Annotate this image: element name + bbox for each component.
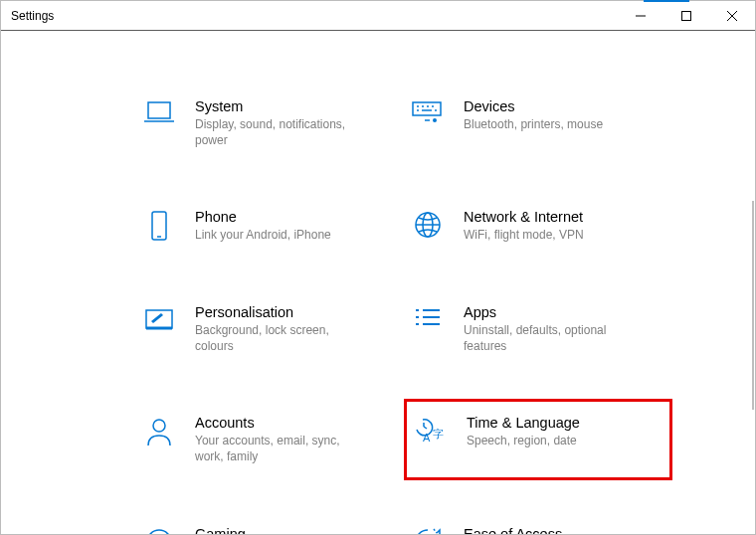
category-title: Apps (464, 303, 633, 322)
category-personalisation[interactable]: Personalisation Background, lock screen,… (135, 297, 404, 360)
category-gaming[interactable]: Gaming (135, 519, 404, 534)
svg-text:字: 字 (433, 428, 444, 440)
category-devices[interactable]: Devices Bluetooth, printers, mouse (404, 91, 672, 154)
category-title: Personalisation (195, 303, 364, 322)
category-desc: Display, sound, notifications, power (195, 116, 364, 148)
category-title: Ease of Access (464, 525, 562, 534)
category-desc: Bluetooth, printers, mouse (464, 116, 603, 132)
window-title: Settings (1, 9, 54, 23)
phone-icon (146, 210, 172, 244)
xbox-icon (144, 527, 174, 534)
svg-point-34 (147, 530, 171, 534)
category-accounts[interactable]: Accounts Your accounts, email, sync, wor… (135, 408, 404, 470)
category-title: System (195, 97, 364, 116)
maximize-button[interactable] (663, 1, 709, 31)
laptop-icon (143, 99, 175, 127)
apps-list-icon (413, 305, 443, 331)
category-title: Phone (195, 208, 331, 227)
minimize-button[interactable] (618, 1, 663, 31)
svg-rect-6 (413, 102, 441, 115)
person-icon (145, 416, 173, 447)
svg-rect-4 (148, 102, 170, 118)
category-desc: Speech, region, date (467, 433, 580, 448)
scrollbar[interactable] (752, 201, 754, 410)
category-title: Accounts (195, 414, 364, 433)
category-phone[interactable]: Phone Link your Android, iPhone (135, 202, 404, 250)
globe-icon (413, 210, 443, 240)
time-language-icon: A字 (415, 416, 447, 446)
category-desc: Uninstall, defaults, optional features (464, 322, 633, 354)
category-desc: Your accounts, email, sync, work, family (195, 433, 364, 464)
settings-grid: System Display, sound, notifications, po… (135, 91, 672, 534)
category-desc: WiFi, flight mode, VPN (464, 227, 584, 243)
accent-strip (644, 0, 689, 2)
category-time-language[interactable]: A字 Time & Language Speech, region, date (404, 399, 672, 479)
svg-text:A: A (423, 432, 431, 444)
svg-rect-16 (152, 212, 166, 240)
keyboard-icon (411, 99, 445, 127)
titlebar: Settings (1, 1, 755, 31)
svg-point-14 (433, 118, 437, 122)
svg-line-31 (424, 427, 427, 429)
category-title: Network & Internet (464, 208, 584, 227)
close-button[interactable] (709, 1, 755, 31)
category-title: Devices (464, 97, 603, 116)
category-desc: Link your Android, iPhone (195, 227, 331, 243)
category-ease-of-access[interactable]: Ease of Access (404, 519, 672, 534)
category-title: Time & Language (467, 414, 580, 433)
category-apps[interactable]: Apps Uninstall, defaults, optional featu… (404, 297, 672, 360)
close-icon (727, 11, 737, 21)
minimize-icon (636, 11, 646, 21)
personalisation-icon (143, 305, 175, 333)
svg-point-29 (153, 420, 165, 432)
ease-of-access-icon (413, 527, 443, 534)
content-area: System Display, sound, notifications, po… (1, 32, 755, 534)
category-system[interactable]: System Display, sound, notifications, po… (135, 91, 404, 154)
category-desc: Background, lock screen, colours (195, 322, 364, 354)
maximize-icon (681, 11, 691, 21)
svg-rect-21 (146, 310, 172, 328)
category-title: Gaming (195, 525, 246, 534)
svg-rect-1 (682, 11, 691, 20)
category-network[interactable]: Network & Internet WiFi, flight mode, VP… (404, 202, 672, 250)
